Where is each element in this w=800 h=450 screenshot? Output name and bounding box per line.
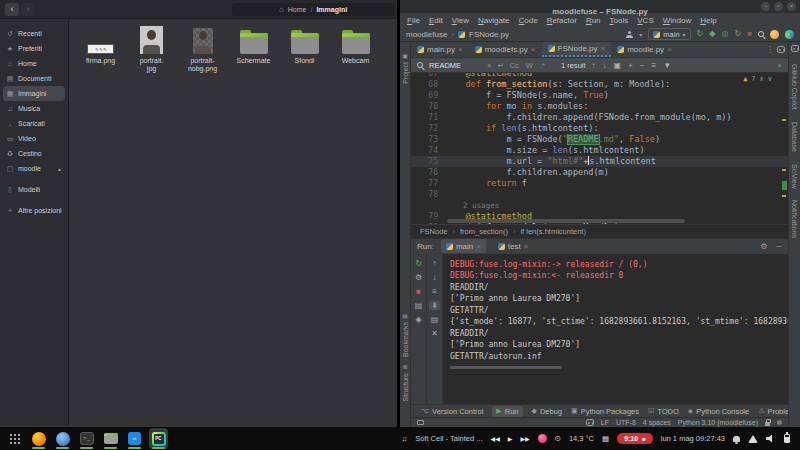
file-item-schermate[interactable]: Schermate [228, 24, 279, 65]
editor-breadcrumb-item[interactable]: FSNode [420, 227, 448, 236]
close-tab-icon[interactable]: × [476, 242, 481, 251]
ide-badge-orange-icon[interactable] [770, 30, 779, 39]
menu-vcs[interactable]: VCS [637, 16, 653, 25]
remove-filter-icon[interactable]: − [640, 61, 645, 70]
sidebar-item-altre-posizioni[interactable]: +Altre posizioni [0, 203, 68, 218]
toolwindow-debug[interactable]: ◆Debug [532, 407, 563, 416]
weather-temp[interactable]: 14,3 °C [569, 434, 594, 443]
run-tab-test[interactable]: test× [493, 239, 534, 253]
code-line[interactable]: 2 usages [411, 200, 788, 211]
code-line[interactable]: 76 f.children.append(m) [411, 167, 788, 178]
stripe-notifications[interactable]: Notifications [791, 200, 798, 238]
code-line[interactable]: 78 [411, 189, 788, 200]
run-settings-icon[interactable]: ⚙ [415, 273, 422, 282]
taskbar-app-thunderbird[interactable] [53, 428, 72, 449]
sidebar-item-preferiti[interactable]: ★Preferiti [0, 41, 68, 56]
stop-recording-icon[interactable]: ■ [642, 436, 646, 442]
rerun-icon[interactable]: ↻ [697, 29, 704, 39]
tool-window-switcher-icon[interactable] [417, 420, 424, 425]
hide-panel-icon[interactable]: ─ [776, 242, 782, 251]
status-dot-icon[interactable] [777, 420, 782, 425]
nav-breadcrumb-item[interactable]: FSNode.py [469, 30, 509, 39]
code-line[interactable]: 73 m = FSNode("README.md", False) [411, 134, 788, 145]
open-in-find-window-icon[interactable]: ▣ [614, 61, 622, 70]
code-line[interactable]: 72 if len(s.htmlcontent): [411, 123, 788, 134]
code-line[interactable]: 74 m.size = len(s.htmlcontent) [411, 145, 788, 156]
project-icon[interactable]: ▣ [402, 52, 408, 59]
menu-window[interactable]: Window [663, 16, 691, 25]
menu-edit[interactable]: Edit [429, 16, 443, 25]
taskbar-app-firefox[interactable] [29, 428, 48, 449]
close-tab-icon[interactable]: × [524, 242, 529, 251]
maximize-button[interactable]: ▫ [774, 2, 783, 11]
sidebar-item-home[interactable]: ⌂Home [0, 56, 68, 71]
battery-icon[interactable] [784, 434, 790, 443]
sidebar-item-video[interactable]: ▭Video [0, 131, 68, 146]
clear-search-icon[interactable]: × [487, 61, 491, 70]
menu-refactor[interactable]: Refactor [547, 16, 577, 25]
recording-timer[interactable]: 9:10 ■ [617, 433, 653, 444]
close-button[interactable]: × [787, 2, 796, 11]
file-item-firma-png[interactable]: ∿∿∿firma.png [75, 24, 126, 65]
run-console[interactable]: DEBUG:fuse.log-mixin:-> releasedir / (0,… [443, 254, 788, 405]
print-icon[interactable]: ▤ [431, 315, 439, 324]
stripe-structure[interactable]: Structure [402, 373, 409, 401]
bookmarks-icon[interactable]: ▤ [402, 312, 408, 319]
close-tab-icon[interactable]: × [458, 45, 463, 54]
file-item-portrait-nobg-png[interactable]: portrait-nobg.png [177, 24, 228, 73]
volume-icon[interactable] [766, 435, 776, 443]
next-track-button[interactable]: ▶▶ [520, 435, 529, 442]
sidebar-item-moodle[interactable]: ▢moodle▲ [0, 161, 68, 176]
words-toggle[interactable]: W [526, 61, 533, 70]
menu-tools[interactable]: Tools [610, 16, 629, 25]
status-item-python-3-10-moodlefuse-[interactable]: Python 3.10 (moodlefuse) [678, 419, 758, 426]
add-filter-icon[interactable]: + [628, 61, 633, 70]
soft-wrap-icon[interactable]: ≡ [432, 287, 437, 296]
code-line[interactable]: 70 for mo in s.modules: [411, 101, 788, 112]
up-stack-icon[interactable]: ↑ [433, 259, 437, 268]
code-editor[interactable]: 67 @staticmethod68 def from_section(s: S… [411, 73, 788, 224]
sidebar-item-cestino[interactable]: ♻Cestino [0, 146, 68, 161]
nav-breadcrumb-item[interactable]: moodlefuse [406, 30, 447, 39]
tray-app-icon[interactable] [538, 434, 547, 443]
stop-icon[interactable]: ■ [416, 287, 421, 296]
copilot-icon[interactable] [777, 46, 785, 53]
stripe-sciview[interactable]: SciView [791, 164, 798, 189]
menu-file[interactable]: File [407, 16, 420, 25]
close-tab-icon[interactable]: × [531, 45, 536, 54]
code-line[interactable]: 71 f.children.append(FSNode.from_module(… [411, 112, 788, 123]
search-history-icon[interactable]: ↵ [497, 61, 503, 70]
stop-icon[interactable]: ■ [747, 29, 752, 39]
status-item-4-spaces[interactable]: 4 spaces [643, 419, 671, 426]
match-case-toggle[interactable]: Cc [510, 61, 519, 70]
tab-moodle-py[interactable]: moodle.py× [611, 42, 678, 57]
play-button[interactable]: ▶ [508, 435, 513, 442]
inspection-widget[interactable]: ▲ 7 ∧ ∨ [743, 75, 772, 83]
menu-help[interactable]: Help [700, 16, 716, 25]
pin-icon[interactable]: ◈ [415, 315, 421, 324]
prev-problem-icon[interactable]: ∧ [760, 75, 764, 83]
tab-fsnode-py[interactable]: FSNode.py× [542, 42, 612, 57]
down-stack-icon[interactable]: ↓ [433, 273, 437, 282]
code-line[interactable]: 77 return f [411, 178, 788, 189]
previous-track-button[interactable]: ◀◀ [491, 435, 500, 442]
sidebar-item-modelli[interactable]: ▯Modelli [0, 182, 68, 197]
search-input[interactable]: README [429, 61, 481, 70]
tab-moodlefs-py[interactable]: moodlefs.py× [469, 42, 542, 57]
status-item-lf[interactable]: LF [601, 419, 609, 426]
stripe-bookmarks[interactable]: Bookmarks [402, 322, 409, 357]
select-all-icon[interactable]: ≡ [651, 61, 656, 70]
toolwindow-python-console[interactable]: ◈Python Console [688, 407, 749, 416]
toolwindow-todo[interactable]: ☑TODO [648, 407, 679, 416]
close-find-icon[interactable]: × [778, 61, 782, 70]
sidebar-item-recenti[interactable]: ↺Recenti [0, 26, 68, 41]
sidebar-item-immagini[interactable]: ▦Immagini [3, 86, 65, 101]
menu-view[interactable]: View [452, 16, 469, 25]
horizontal-scrollbar[interactable] [447, 219, 685, 223]
file-grid[interactable]: ∿∿∿firma.pngportrait.jpgportrait-nobg.pn… [69, 19, 397, 426]
stripe-database[interactable]: Database [791, 122, 798, 152]
ide-titlebar[interactable]: moodlefuse – FSNode.py –▫× [400, 0, 800, 13]
next-occurrence-icon[interactable]: ↓ [603, 61, 607, 70]
user-icon[interactable] [626, 31, 633, 38]
menu-run[interactable]: Run [586, 16, 601, 25]
